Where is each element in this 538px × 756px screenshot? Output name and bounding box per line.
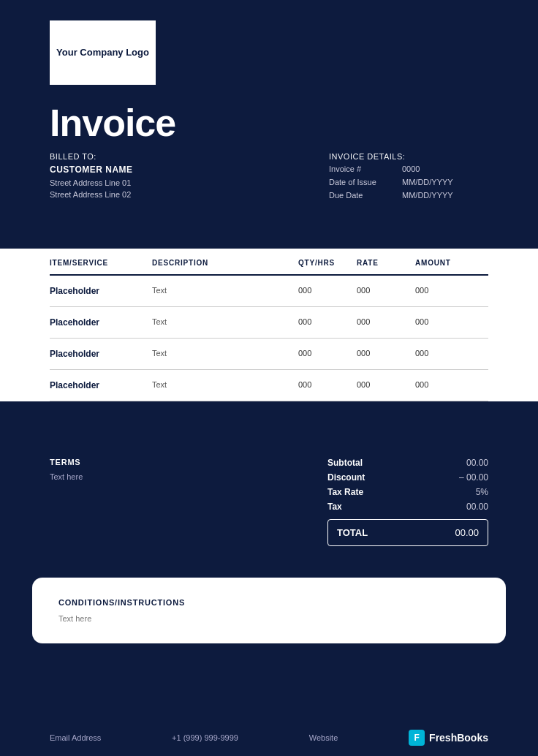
customer-name: CUSTOMER NAME xyxy=(50,165,133,175)
conditions-text: Text here xyxy=(58,614,480,623)
terms-block: TERMS Text here xyxy=(50,458,327,546)
invoice-title: Invoice xyxy=(50,101,175,145)
table-row: Placeholder Text 000 000 000 xyxy=(50,307,488,339)
col-qty: QTY/HRS xyxy=(298,259,357,267)
terms-text: Text here xyxy=(50,472,313,481)
conditions-title: CONDITIONS/INSTRUCTIONS xyxy=(58,598,480,607)
tax-row: Tax 00.00 xyxy=(327,502,488,512)
invoice-table: ITEM/SERVICE DESCRIPTION QTY/HRS RATE AM… xyxy=(0,249,538,401)
bottom-section: TERMS Text here Subtotal 00.00 Discount … xyxy=(0,437,538,568)
due-date-label: Due Date xyxy=(329,191,402,200)
invoice-num-label: Invoice # xyxy=(329,165,402,173)
footer-email: Email Address xyxy=(50,733,101,742)
company-logo: Your Company Logo xyxy=(50,20,156,85)
billed-to-label: BILLED TO: xyxy=(50,152,96,161)
col-description: DESCRIPTION xyxy=(152,259,298,267)
due-date-value: MM/DD/YYYY xyxy=(402,191,475,200)
footer-website: Website xyxy=(309,733,338,742)
total-box: TOTAL 00.00 xyxy=(327,519,488,546)
table-row: Placeholder Text 000 000 000 xyxy=(50,339,488,370)
discount-row: Discount – 00.00 xyxy=(327,472,488,483)
freshbooks-icon: F xyxy=(409,730,425,746)
tax-rate-row: Tax Rate 5% xyxy=(327,487,488,497)
invoice-details-label: INVOICE DETAILS: xyxy=(329,152,405,161)
totals-block: Subtotal 00.00 Discount – 00.00 Tax Rate… xyxy=(327,458,488,546)
freshbooks-logo: F FreshBooks xyxy=(409,730,488,746)
footer-phone: +1 (999) 999-9999 xyxy=(172,733,238,742)
footer: Email Address +1 (999) 999-9999 Website … xyxy=(0,719,538,756)
invoice-details-grid: Invoice # 0000 Date of Issue MM/DD/YYYY … xyxy=(329,165,475,200)
terms-title: TERMS xyxy=(50,458,313,466)
street-line1: Street Address Line 01 xyxy=(50,178,131,187)
table-row: Placeholder Text 000 000 000 xyxy=(50,276,488,307)
col-amount: AMOUNT xyxy=(415,259,474,267)
date-of-issue-label: Date of Issue xyxy=(329,178,402,186)
conditions-section: CONDITIONS/INSTRUCTIONS Text here xyxy=(32,578,506,643)
invoice-num-value: 0000 xyxy=(402,165,475,173)
street-line2: Street Address Line 02 xyxy=(50,190,131,199)
table-row: Placeholder Text 000 000 000 xyxy=(50,370,488,401)
date-of-issue-value: MM/DD/YYYY xyxy=(402,178,475,186)
subtotal-row: Subtotal 00.00 xyxy=(327,458,488,468)
freshbooks-name: FreshBooks xyxy=(429,732,488,744)
table-header: ITEM/SERVICE DESCRIPTION QTY/HRS RATE AM… xyxy=(50,249,488,276)
col-item-service: ITEM/SERVICE xyxy=(50,259,152,267)
col-rate: RATE xyxy=(357,259,415,267)
